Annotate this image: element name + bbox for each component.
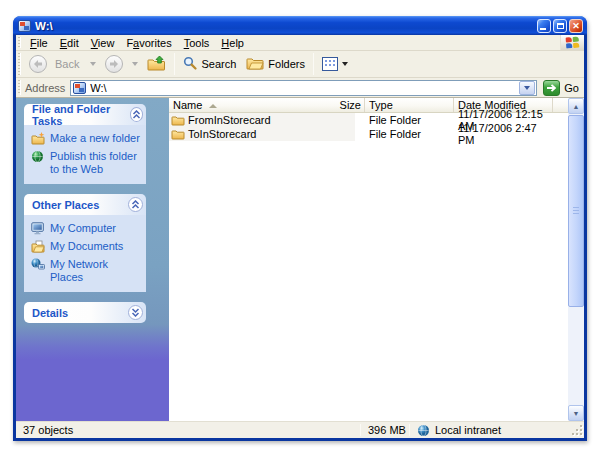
collapse-button[interactable]	[128, 197, 143, 212]
column-header-name[interactable]: Name	[169, 98, 355, 112]
panel-details: Details	[24, 302, 146, 323]
status-bar: 37 objects 396 MB Local intranet	[16, 421, 584, 438]
menu-tools[interactable]: Tools	[178, 36, 216, 50]
table-row[interactable]: ToInStorecard File Folder 11/17/2006 2:4…	[169, 127, 568, 141]
panel-other-places: Other Places	[24, 194, 146, 292]
chevron-up-icon	[132, 110, 141, 119]
explorer-window: W:\ ✕ File Edit View Favorites Tools Hel…	[13, 16, 587, 441]
drive-icon	[73, 82, 86, 94]
my-network-places-icon	[31, 258, 45, 271]
maximize-icon	[557, 23, 564, 29]
scroll-down-button[interactable]: ▼	[568, 405, 584, 421]
menu-help[interactable]: Help	[215, 36, 250, 50]
forward-icon	[105, 55, 123, 73]
address-label: Address	[25, 82, 65, 94]
panel-header-other-places[interactable]: Other Places	[24, 194, 146, 215]
column-header-type[interactable]: Type	[365, 98, 454, 112]
back-icon	[29, 55, 47, 73]
menu-favorites[interactable]: Favorites	[120, 36, 177, 50]
window-title: W:\	[35, 20, 535, 32]
sort-ascending-icon	[209, 104, 217, 108]
maximize-button[interactable]	[553, 19, 567, 33]
go-label: Go	[564, 82, 579, 94]
link-my-computer[interactable]: My Computer	[31, 222, 143, 235]
task-publish-folder-web[interactable]: Publish this folder to the Web	[31, 150, 143, 176]
link-my-documents[interactable]: My Documents	[31, 240, 143, 253]
task-pane: File and Folder Tasks	[16, 98, 169, 421]
status-security-zone: Local intranet	[410, 424, 584, 437]
new-folder-icon	[31, 132, 45, 145]
publish-web-icon	[31, 150, 45, 163]
panel-header-file-folder-tasks[interactable]: File and Folder Tasks	[24, 104, 146, 125]
menu-edit[interactable]: Edit	[54, 36, 85, 50]
folder-icon	[171, 114, 185, 126]
menu-file[interactable]: File	[24, 36, 54, 50]
go-icon	[543, 80, 560, 96]
minimize-button[interactable]	[537, 19, 551, 33]
status-size: 396 MB	[361, 424, 409, 436]
file-list: Name Size Type Date Modified	[169, 98, 584, 421]
my-documents-icon	[31, 240, 45, 253]
forward-button[interactable]	[100, 52, 128, 76]
main-area: File and Folder Tasks	[16, 98, 584, 421]
resize-grip[interactable]	[571, 424, 583, 436]
panel-file-folder-tasks: File and Folder Tasks	[24, 104, 146, 184]
toolbar-separator	[313, 53, 314, 75]
toolbar-grip[interactable]	[18, 53, 21, 75]
task-make-new-folder[interactable]: Make a new folder	[31, 132, 143, 145]
address-value: W:\	[90, 82, 519, 94]
toolbar-separator	[174, 53, 175, 75]
scroll-up-button[interactable]: ▲	[568, 98, 584, 114]
folders-button[interactable]: Folders	[241, 52, 310, 76]
minimize-icon	[540, 28, 546, 30]
search-icon	[183, 56, 197, 72]
forward-dropdown-icon[interactable]	[132, 62, 138, 66]
chevron-down-icon	[524, 86, 530, 90]
chevron-down-icon	[131, 308, 140, 317]
go-button[interactable]: Go	[543, 80, 579, 96]
scrollbar-thumb[interactable]	[568, 115, 584, 307]
address-input[interactable]: W:\	[70, 80, 537, 96]
back-button[interactable]: Back	[24, 52, 86, 76]
column-header-filler	[553, 98, 568, 112]
title-bar[interactable]: W:\ ✕	[13, 16, 587, 35]
close-button[interactable]: ✕	[569, 19, 583, 33]
back-dropdown-icon[interactable]	[90, 62, 96, 66]
local-intranet-icon	[417, 424, 430, 437]
my-computer-icon	[31, 222, 45, 235]
up-button[interactable]	[142, 52, 171, 76]
vertical-scrollbar[interactable]: ▲ ▼	[568, 98, 584, 421]
address-bar: Address W:\ Go	[16, 78, 584, 98]
search-button[interactable]: Search	[178, 52, 241, 76]
link-my-network-places[interactable]: My Network Places	[31, 258, 143, 284]
column-header-size[interactable]: Size	[355, 98, 365, 112]
windows-flag-icon	[566, 36, 580, 49]
menu-bar: File Edit View Favorites Tools Help	[16, 35, 584, 51]
collapse-button[interactable]	[130, 107, 143, 122]
up-icon	[147, 55, 166, 73]
views-icon	[322, 57, 338, 71]
menubar-grip[interactable]	[18, 37, 21, 48]
status-object-count: 37 objects	[16, 424, 360, 436]
chevron-up-icon	[131, 200, 140, 209]
views-dropdown-icon	[342, 62, 348, 66]
close-icon: ✕	[572, 21, 580, 31]
addressbar-grip[interactable]	[18, 80, 21, 95]
address-dropdown-button[interactable]	[519, 81, 535, 95]
menu-view[interactable]: View	[85, 36, 121, 50]
expand-button[interactable]	[128, 305, 143, 320]
folder-icon	[171, 128, 185, 140]
views-button[interactable]	[317, 52, 353, 76]
panel-header-details[interactable]: Details	[24, 302, 146, 323]
folders-icon	[246, 56, 264, 72]
drive-icon	[18, 20, 31, 32]
throbber	[560, 35, 584, 50]
standard-buttons-toolbar: Back	[16, 51, 584, 78]
